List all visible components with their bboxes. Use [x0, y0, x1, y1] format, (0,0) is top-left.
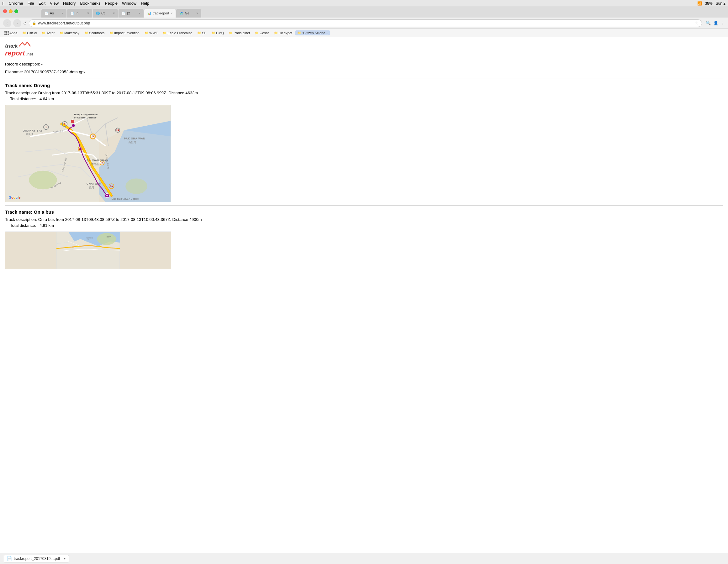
track1-map-svg: Chai Wan Rd Tai Tam Rd Tit Keng Leng Yiu…: [5, 105, 171, 202]
menu-edit[interactable]: Edit: [39, 1, 45, 6]
bookmark-cesar[interactable]: 📁 Cesar: [253, 30, 271, 35]
bookmark-hk-expat[interactable]: 📁 Hk expat: [272, 30, 294, 35]
main-content: track report .net Record description: - …: [0, 37, 728, 288]
svg-text:CHAI WAN: CHAI WAN: [87, 182, 102, 185]
logo-mountains-icon: [19, 41, 32, 48]
svg-text:油塘: 油塘: [87, 239, 89, 240]
bookmark-label: Cesar: [260, 31, 269, 35]
track1-name: Track name: Driving: [5, 83, 723, 88]
menu-bookmarks[interactable]: Bookmarks: [80, 1, 101, 6]
address-bar[interactable]: 🔒 www.trackreport.net/output.php ☆: [29, 19, 702, 27]
wifi-icon: 📶: [697, 1, 702, 6]
minimize-button[interactable]: [9, 9, 13, 13]
menu-history[interactable]: History: [63, 1, 76, 6]
folder-icon: 📁: [255, 31, 259, 34]
folder-icon: 📁: [109, 31, 113, 34]
traffic-lights: [3, 9, 18, 13]
menu-window[interactable]: Window: [122, 1, 136, 6]
maximize-button[interactable]: [14, 9, 18, 13]
bookmark-label: Ecole Francaise: [167, 31, 192, 35]
svg-point-10: [125, 178, 147, 194]
svg-text:YAU TONG: YAU TONG: [86, 238, 93, 239]
apple-menu[interactable]: : [3, 1, 4, 6]
track1-distance: Total distance: 4.64 km: [10, 97, 723, 101]
svg-text:白沙灣: 白沙灣: [129, 141, 136, 144]
folder-icon: 📁: [211, 31, 215, 34]
folder-icon: 📁: [229, 31, 233, 34]
tab-4[interactable]: 📄(2×: [119, 9, 144, 18]
logo-area: track report .net: [5, 41, 723, 57]
bookmark-citizen-science[interactable]: 📁 "Citizen Scienc...: [295, 30, 330, 35]
bookmark-wwf[interactable]: 📁 WWF: [143, 30, 160, 35]
bookmark-aster[interactable]: 📁 Aster: [40, 30, 56, 35]
svg-text:QUARRY BAY: QUARRY BAY: [23, 129, 43, 132]
record-description: Record description: -: [5, 61, 723, 68]
bookmark-label: CitiSci: [27, 31, 37, 35]
menu-view[interactable]: View: [50, 1, 59, 6]
bookmark-label: Paris pihet: [234, 31, 250, 35]
svg-text:鰂魚涌: 鰂魚涌: [26, 133, 33, 136]
divider-1: [5, 79, 723, 79]
back-button[interactable]: ‹: [3, 19, 11, 27]
tab-2[interactable]: 📄In×: [67, 9, 92, 18]
svg-text:Hong Kong Museum: Hong Kong Museum: [74, 113, 98, 116]
refresh-button[interactable]: ↺: [23, 21, 27, 26]
bookmark-label: Scoutbots: [89, 31, 104, 35]
bookmark-apps[interactable]: Apps: [3, 30, 19, 36]
apps-label: Apps: [9, 31, 17, 35]
svg-text:2A: 2A: [116, 129, 119, 131]
bookmark-scoutbots[interactable]: 📁 Scoutbots: [82, 30, 106, 35]
svg-text:2: 2: [45, 126, 47, 129]
menu-icon[interactable]: ⋮: [721, 21, 725, 25]
bookmark-ecole-francaise[interactable]: 📁 Ecole Francaise: [161, 30, 194, 35]
record-filename: Filename: 20170819095737-22053-data.gpx: [5, 69, 723, 76]
bookmark-pmq[interactable]: 📁 PMQ: [209, 30, 226, 35]
logo-net-text: .net: [26, 52, 33, 56]
folder-icon: 📁: [163, 31, 166, 34]
nav-bar: ‹ › ↺ 🔒 www.trackreport.net/output.php ☆…: [0, 18, 728, 29]
bookmark-impact-invention[interactable]: 📁 Impact Invention: [108, 30, 141, 35]
svg-text:西灣山: 西灣山: [91, 163, 99, 166]
nav-right-icons: 🔍 👤 ⋮: [706, 21, 725, 25]
svg-text:1A: 1A: [110, 185, 113, 187]
tab-3[interactable]: 🌐Cc×: [93, 9, 118, 18]
folder-icon: 📁: [60, 31, 63, 34]
menu-file[interactable]: File: [28, 1, 34, 6]
svg-text:將軍澳: 將軍澳: [107, 237, 109, 238]
logo: track report .net: [5, 41, 723, 57]
person-icon: 👤: [713, 21, 718, 25]
tab-6[interactable]: 🗺️Ge×: [176, 9, 201, 18]
menu-chrome[interactable]: Chrome: [8, 1, 23, 6]
bookmark-label: Makerbay: [64, 31, 79, 35]
menu-help[interactable]: Help: [141, 1, 149, 6]
tab-active[interactable]: 📊trackreport×: [144, 9, 176, 18]
bookmark-makerbay[interactable]: 📁 Makerbay: [58, 30, 81, 35]
close-button[interactable]: [3, 9, 7, 13]
apps-grid-icon: [4, 31, 9, 35]
folder-icon: 📁: [297, 31, 301, 34]
logo-report-text: report: [5, 49, 25, 57]
svg-text:PAK SHA WAN: PAK SHA WAN: [124, 137, 145, 140]
bookmarks-bar: Apps 📁 CitiSci 📁 Aster 📁 Makerbay 📁 Scou…: [0, 29, 728, 37]
svg-text:SAI WAN SHAN: SAI WAN SHAN: [87, 159, 108, 162]
menu-people[interactable]: People: [105, 1, 118, 6]
track2-map: 2 YAU TONG 油塘 Junk Bay 將軍澳: [5, 232, 171, 269]
svg-text:of Coastal Defence: of Coastal Defence: [74, 116, 97, 119]
bookmark-citisci[interactable]: 📁 CitiSci: [20, 30, 39, 35]
svg-text:5: 5: [64, 123, 66, 125]
star-icon[interactable]: ☆: [695, 21, 699, 25]
bookmark-label: PMQ: [216, 31, 224, 35]
forward-button[interactable]: ›: [13, 19, 21, 27]
track2-map-svg: 2 YAU TONG 油塘 Junk Bay 將軍澳: [5, 232, 171, 269]
track1-description: Track description: Driving from 2017-08-…: [5, 91, 723, 95]
divider-2: [5, 205, 723, 206]
track2-name: Track name: On a bus: [5, 209, 723, 215]
bookmark-sf[interactable]: 📁 SF: [195, 30, 208, 35]
url-text: www.trackreport.net/output.php: [38, 21, 693, 25]
logo-track-text: track: [5, 43, 18, 49]
track2-description: Track description: On a bus from 2017-08…: [5, 217, 723, 222]
svg-point-35: [71, 119, 74, 123]
bookmark-paris-pihet[interactable]: 📁 Paris pihet: [227, 30, 252, 35]
tab-1[interactable]: 📄As×: [41, 9, 66, 18]
menubar-right: 📶 38% Sun 2: [697, 1, 725, 6]
